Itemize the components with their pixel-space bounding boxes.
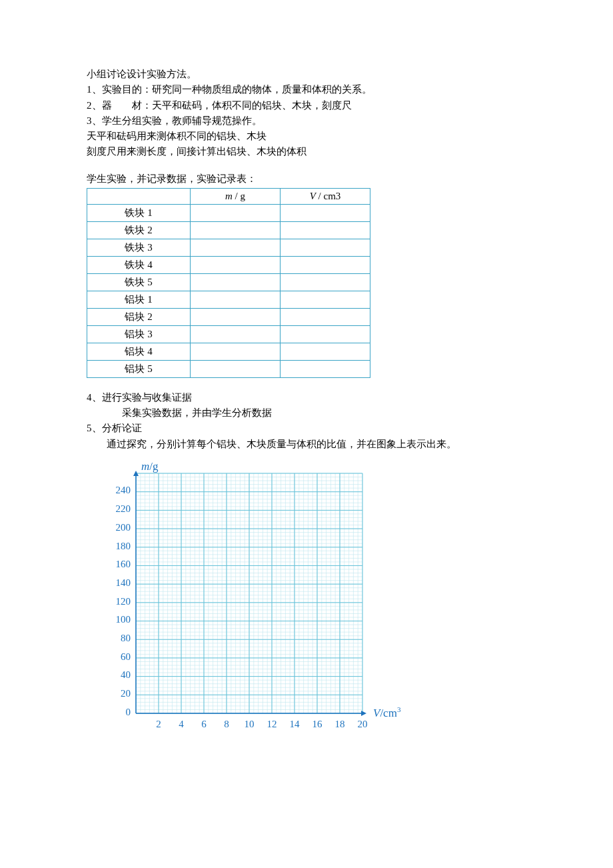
row-mass-cell	[191, 308, 281, 325]
svg-marker-144	[361, 711, 366, 716]
item-4-detail: 采集实验数据，并由学生分析数据	[87, 405, 526, 421]
row-label: 铝块 1	[87, 291, 191, 308]
item-1: 1、实验目的：研究同一种物质组成的物体，质量和体积的关系。	[87, 82, 526, 97]
x-tick-label: 6	[196, 719, 212, 730]
row-mass-cell	[191, 343, 281, 360]
row-label: 铝块 3	[87, 325, 191, 343]
y-tick-label: 60	[107, 651, 131, 663]
row-volume-cell	[281, 360, 370, 377]
row-label: 铁块 3	[87, 239, 191, 256]
row-volume-cell	[281, 221, 370, 239]
row-mass-cell	[191, 291, 281, 308]
row-mass-cell	[191, 325, 281, 343]
table-row: 铝块 1	[87, 291, 370, 308]
row-volume-cell	[281, 256, 370, 273]
y-tick-label: 200	[107, 522, 131, 533]
table-header-row: m / g V / cm3	[87, 188, 370, 204]
row-volume-cell	[281, 239, 370, 256]
y-tick-label: 0	[107, 707, 131, 718]
item-3-detail-a: 天平和砝码用来测体积不同的铝块、木块	[87, 129, 526, 144]
row-volume-cell	[281, 291, 370, 308]
row-label: 铁块 1	[87, 204, 191, 221]
table-row: 铝块 2	[87, 308, 370, 325]
table-header-volume: V / cm3	[281, 188, 370, 204]
row-mass-cell	[191, 204, 281, 221]
row-volume-cell	[281, 273, 370, 291]
table-header-blank	[87, 188, 191, 204]
row-volume-cell	[281, 325, 370, 343]
table-row: 铁块 4	[87, 256, 370, 273]
item-3-detail-b: 刻度尺用来测长度，间接计算出铝块、木块的体积	[87, 144, 526, 159]
table-row: 铁块 3	[87, 239, 370, 256]
item-2: 2、器 材：天平和砝码，体积不同的铝块、木块，刻度尺	[87, 98, 526, 113]
graph-container: m/g V/cm3 020406080100120140160180200220…	[100, 457, 393, 744]
table-row: 铁块 2	[87, 221, 370, 239]
x-tick-label: 12	[264, 719, 280, 730]
item-5: 5、分析论证	[87, 421, 526, 436]
row-mass-cell	[191, 239, 281, 256]
x-tick-label: 14	[287, 719, 303, 730]
x-axis-title: V/cm3	[373, 705, 400, 720]
y-tick-label: 160	[107, 559, 131, 570]
row-mass-cell	[191, 273, 281, 291]
table-header-mass: m / g	[191, 188, 281, 204]
table-row: 铝块 4	[87, 343, 370, 360]
y-tick-label: 120	[107, 596, 131, 607]
item-4: 4、进行实验与收集证据	[87, 390, 526, 405]
y-tick-label: 180	[107, 541, 131, 552]
y-tick-label: 220	[107, 503, 131, 515]
y-tick-label: 20	[107, 688, 131, 699]
item-5-detail: 通过探究，分别计算每个铝块、木块质量与体积的比值，并在图象上表示出来。	[87, 437, 526, 452]
table-row: 铁块 1	[87, 204, 370, 221]
x-tick-label: 18	[332, 719, 348, 730]
row-label: 铝块 2	[87, 308, 191, 325]
y-tick-label: 140	[107, 577, 131, 589]
y-axis-title: m/g	[141, 460, 159, 473]
x-tick-label: 20	[354, 719, 370, 730]
row-label: 铁块 5	[87, 273, 191, 291]
x-tick-label: 8	[219, 719, 235, 730]
row-volume-cell	[281, 343, 370, 360]
y-tick-label: 100	[107, 614, 131, 625]
paragraph-intro: 小组讨论设计实验方法。	[87, 67, 526, 82]
row-mass-cell	[191, 256, 281, 273]
x-tick-label: 4	[173, 719, 189, 730]
table-row: 铁块 5	[87, 273, 370, 291]
table-intro: 学生实验，并记录数据，实验记录表：	[87, 171, 526, 187]
record-table: m / g V / cm3 铁块 1铁块 2铁块 3铁块 4铁块 5铝块 1铝块…	[87, 188, 370, 378]
row-mass-cell	[191, 360, 281, 377]
table-row: 铝块 5	[87, 360, 370, 377]
row-volume-cell	[281, 204, 370, 221]
row-label: 铝块 5	[87, 360, 191, 377]
row-label: 铁块 2	[87, 221, 191, 239]
row-mass-cell	[191, 221, 281, 239]
row-label: 铝块 4	[87, 343, 191, 360]
x-tick-label: 16	[309, 719, 325, 730]
table-row: 铝块 3	[87, 325, 370, 343]
graph-grid	[133, 471, 366, 717]
y-tick-label: 240	[107, 485, 131, 496]
row-volume-cell	[281, 308, 370, 325]
x-tick-label: 10	[241, 719, 257, 730]
row-label: 铁块 4	[87, 256, 191, 273]
y-tick-label: 40	[107, 669, 131, 681]
y-tick-label: 80	[107, 633, 131, 644]
x-tick-label: 2	[151, 719, 167, 730]
item-3: 3、学生分组实验，教师辅导规范操作。	[87, 113, 526, 129]
